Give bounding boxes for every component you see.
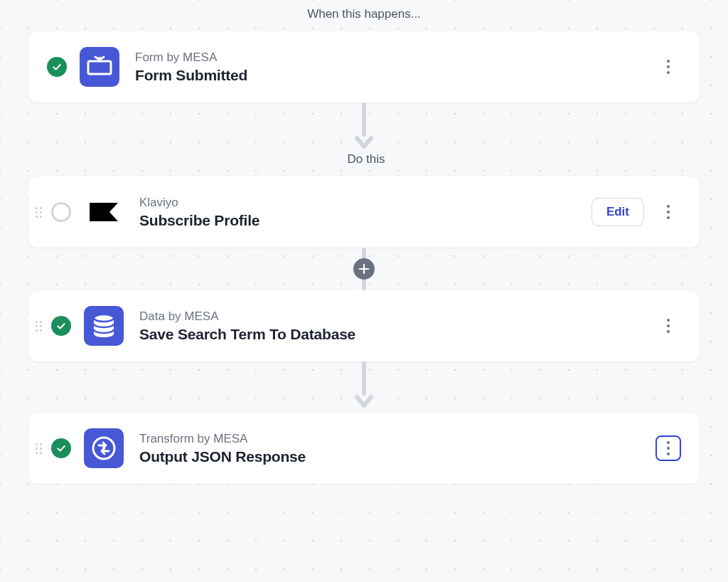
step-title: Form Submitted — [135, 67, 655, 84]
step-provider: Transform by MESA — [139, 432, 655, 446]
add-step-button[interactable] — [353, 258, 375, 280]
svg-rect-0 — [88, 61, 111, 74]
workflow-step-klaviyo[interactable]: Klaviyo Subscribe Profile Edit — [28, 176, 700, 248]
workflow-step-database[interactable]: Data by MESA Save Search Term To Databas… — [28, 290, 700, 361]
transform-icon — [84, 428, 124, 468]
trigger-section-label: When this happens... — [28, 7, 700, 21]
step-title: Subscribe Profile — [139, 212, 592, 229]
connector-arrow — [28, 102, 700, 149]
actions-section-label: Do this — [28, 152, 700, 166]
workflow-step-transform[interactable]: Transform by MESA Output JSON Response — [28, 413, 700, 484]
database-icon — [84, 306, 124, 346]
step-title: Output JSON Response — [139, 448, 655, 465]
step-provider: Data by MESA — [139, 309, 655, 324]
step-title: Save Search Term To Database — [139, 326, 655, 343]
connector-arrow — [28, 361, 700, 408]
status-done-icon — [51, 438, 71, 458]
arrow-down-icon — [354, 394, 374, 408]
connector-add — [28, 248, 700, 290]
step-text: Transform by MESA Output JSON Response — [139, 432, 655, 465]
kebab-menu-button[interactable] — [655, 199, 681, 225]
drag-handle-icon[interactable] — [36, 443, 43, 453]
form-icon — [80, 47, 119, 87]
kebab-menu-button[interactable] — [655, 54, 681, 80]
workflow-canvas: When this happens... Form by MESA Form S… — [0, 0, 728, 512]
drag-handle-icon[interactable] — [36, 207, 43, 217]
svg-marker-2 — [90, 203, 118, 221]
edit-button[interactable]: Edit — [592, 198, 644, 226]
kebab-menu-button[interactable] — [655, 435, 681, 461]
step-provider: Form by MESA — [135, 51, 655, 65]
arrow-down-icon — [354, 135, 374, 149]
status-empty-icon — [51, 202, 71, 222]
step-text: Form by MESA Form Submitted — [135, 51, 655, 84]
workflow-step-trigger[interactable]: Form by MESA Form Submitted — [28, 31, 700, 102]
status-done-icon — [51, 316, 71, 336]
kebab-menu-button[interactable] — [655, 313, 681, 339]
step-text: Klaviyo Subscribe Profile — [139, 196, 592, 229]
step-provider: Klaviyo — [139, 196, 592, 210]
step-text: Data by MESA Save Search Term To Databas… — [139, 309, 655, 343]
drag-handle-icon[interactable] — [36, 321, 43, 331]
status-done-icon — [47, 57, 67, 77]
klaviyo-icon — [84, 192, 124, 232]
